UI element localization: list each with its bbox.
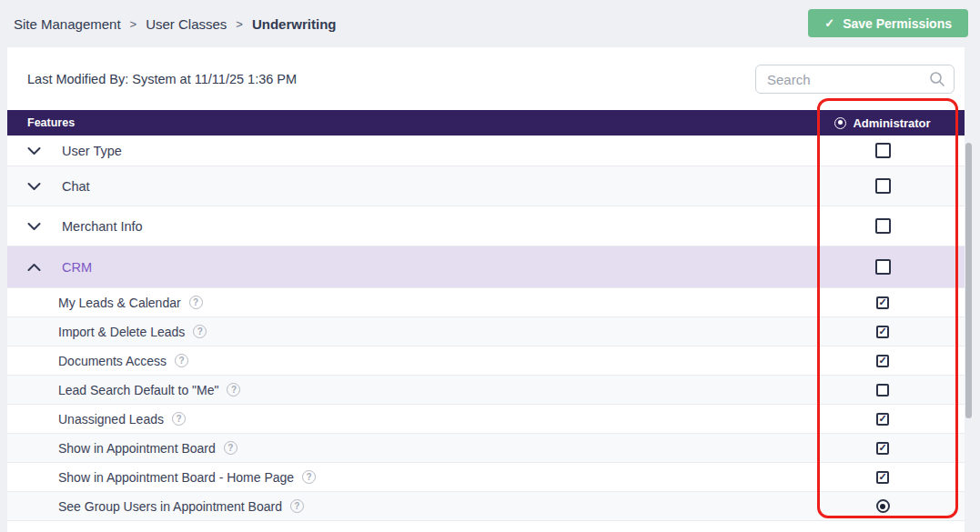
feature-cell: See Group Users in Appointment Board?: [7, 499, 801, 514]
feature-cell: Import & Delete Leads?: [7, 325, 801, 339]
category-row[interactable]: Merchant Info: [7, 206, 965, 246]
feature-row: Show in Appointment Board - Home Page?✓: [7, 463, 965, 492]
permission-checkbox[interactable]: [875, 218, 891, 234]
card-header: Last Modified By: System at 11/11/25 1:3…: [7, 47, 965, 110]
feature-label: Merchant Info: [62, 219, 143, 234]
feature-cell: Lead Search Default to "Me"?: [7, 383, 801, 397]
permission-cell: ✓: [801, 296, 965, 309]
category-row[interactable]: CRM: [7, 246, 965, 288]
top-bar: Site Management > User Classes > Underwr…: [0, 0, 980, 47]
breadcrumb-separator: >: [130, 17, 137, 31]
permission-checkbox[interactable]: ✓: [876, 326, 889, 338]
permission-cell: ✓: [801, 355, 965, 367]
chevron-down-icon[interactable]: [27, 182, 42, 191]
search-input[interactable]: [755, 65, 955, 94]
feature-rows: User TypeChatMerchant InfoCRMMy Leads & …: [7, 136, 965, 521]
permission-cell: [801, 143, 965, 158]
permission-checkbox[interactable]: ✓: [876, 296, 889, 309]
feature-cell: Show in Appointment Board - Home Page?: [7, 470, 801, 485]
feature-label: Chat: [62, 179, 90, 194]
breadcrumb-site-management[interactable]: Site Management: [14, 16, 121, 32]
feature-cell: Chat: [7, 179, 801, 194]
permission-cell: [801, 259, 965, 275]
breadcrumb-current-page: Underwriting: [252, 16, 337, 32]
feature-row: Show in Appointment Board?✓: [7, 434, 965, 463]
feature-label: Import & Delete Leads: [27, 325, 185, 339]
help-icon[interactable]: ?: [193, 325, 207, 338]
breadcrumb: Site Management > User Classes > Underwr…: [14, 0, 336, 47]
feature-label: See Group Users in Appointment Board: [27, 499, 282, 514]
help-icon[interactable]: ?: [227, 383, 240, 396]
feature-cell: Documents Access?: [7, 354, 801, 368]
feature-row: Import & Delete Leads?✓: [7, 317, 965, 346]
feature-row: See Group Users in Appointment Board?: [7, 492, 965, 521]
vertical-scrollbar-thumb[interactable]: [965, 143, 972, 418]
feature-cell: Show in Appointment Board?: [7, 441, 801, 456]
feature-row: Lead Search Default to "Me"?: [7, 376, 965, 405]
feature-label: Lead Search Default to "Me": [27, 383, 218, 397]
permission-checkbox[interactable]: ✓: [876, 442, 889, 455]
help-icon[interactable]: ?: [172, 412, 186, 426]
feature-label: My Leads & Calendar: [27, 296, 181, 310]
feature-row: Documents Access?✓: [7, 346, 965, 376]
feature-label: Show in Appointment Board: [27, 441, 216, 456]
search-box: [755, 65, 955, 94]
feature-row: My Leads & Calendar?✓: [7, 288, 965, 317]
permission-checkbox[interactable]: [875, 259, 891, 275]
administrator-column-header[interactable]: Administrator: [801, 110, 965, 136]
category-row[interactable]: Chat: [7, 166, 965, 206]
breadcrumb-separator: >: [236, 17, 243, 31]
chevron-down-icon[interactable]: [27, 222, 42, 231]
feature-row: Unassigned Leads?✓: [7, 405, 965, 434]
permissions-card: Last Modified By: System at 11/11/25 1:3…: [7, 47, 965, 532]
feature-label: Show in Appointment Board - Home Page: [27, 470, 294, 485]
help-icon[interactable]: ?: [175, 354, 188, 367]
chevron-up-icon[interactable]: [27, 263, 42, 272]
permission-cell: [801, 384, 965, 396]
feature-cell: Unassigned Leads?: [7, 412, 801, 427]
search-icon[interactable]: [929, 71, 945, 87]
breadcrumb-user-classes[interactable]: User Classes: [146, 16, 227, 32]
permission-cell: ✓: [801, 413, 965, 426]
permission-checkbox[interactable]: ✓: [876, 471, 889, 484]
help-icon[interactable]: ?: [302, 470, 316, 484]
permission-cell: ✓: [801, 471, 965, 484]
permission-radio[interactable]: [876, 499, 890, 513]
permission-checkbox[interactable]: [875, 143, 891, 158]
table-header-row: Features Administrator: [7, 110, 965, 136]
last-modified-text: Last Modified By: System at 11/11/25 1:3…: [27, 47, 297, 110]
permission-checkbox[interactable]: [876, 384, 889, 396]
save-permissions-button[interactable]: ✓ Save Permissions: [808, 9, 968, 37]
permission-cell: [801, 218, 965, 234]
save-permissions-label: Save Permissions: [843, 16, 952, 31]
help-icon[interactable]: ?: [290, 499, 304, 513]
check-icon: ✓: [824, 16, 834, 30]
permission-cell: ✓: [801, 442, 965, 455]
features-column-header: Features: [7, 110, 801, 136]
feature-label: CRM: [62, 260, 92, 275]
feature-cell: User Type: [7, 144, 801, 158]
permission-checkbox[interactable]: [875, 178, 891, 194]
feature-label: Documents Access: [27, 354, 167, 368]
permission-cell: [801, 178, 965, 194]
permission-cell: ✓: [801, 326, 965, 338]
feature-cell: CRM: [7, 260, 801, 275]
radio-selected-icon[interactable]: [834, 117, 846, 129]
help-icon[interactable]: ?: [224, 441, 237, 455]
feature-label: Unassigned Leads: [27, 412, 164, 427]
permission-checkbox[interactable]: ✓: [876, 355, 889, 367]
feature-cell: My Leads & Calendar?: [7, 296, 801, 310]
feature-cell: Merchant Info: [7, 219, 801, 234]
permission-checkbox[interactable]: ✓: [876, 413, 889, 426]
administrator-column-label: Administrator: [853, 116, 930, 130]
help-icon[interactable]: ?: [189, 296, 203, 309]
chevron-down-icon[interactable]: [27, 146, 42, 156]
permission-cell: [801, 499, 965, 513]
category-row[interactable]: User Type: [7, 136, 965, 166]
feature-label: User Type: [62, 144, 122, 158]
